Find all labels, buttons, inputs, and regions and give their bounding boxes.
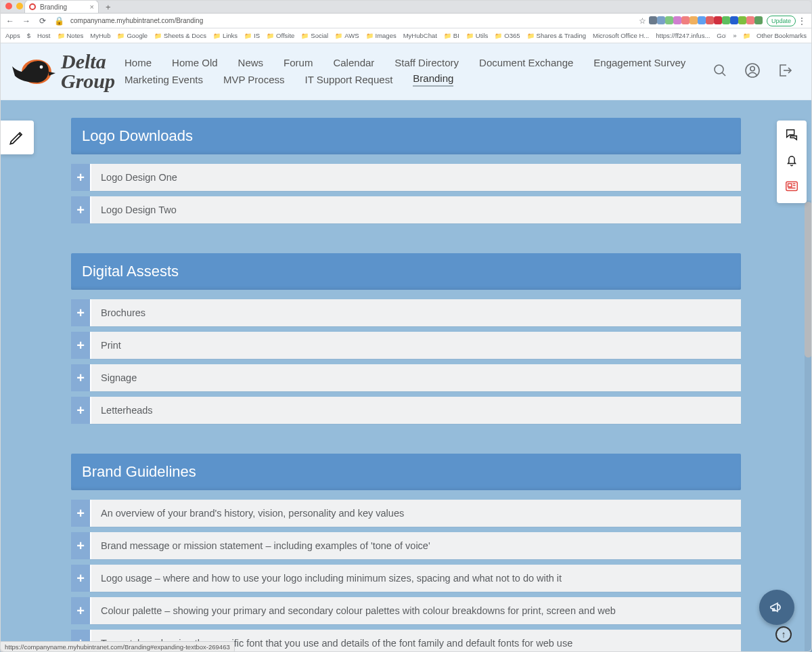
bookmark-item[interactable]: MyHubChat (403, 32, 437, 39)
expand-icon[interactable]: + (71, 196, 90, 223)
star-bookmark-icon[interactable]: ☆ (638, 16, 648, 26)
extension-icon[interactable] (746, 16, 754, 24)
nav-forward-icon[interactable]: → (22, 16, 31, 26)
extension-icon[interactable] (649, 16, 657, 24)
search-icon[interactable] (712, 62, 728, 81)
bookmark-item[interactable]: Links (213, 32, 238, 39)
accordion-label[interactable]: Print (90, 332, 741, 359)
extension-icon[interactable] (657, 16, 665, 24)
bookmark-item[interactable]: O365 (495, 32, 520, 39)
expand-icon[interactable]: + (71, 532, 90, 559)
accordion-item[interactable]: +Logo Design Two (71, 196, 741, 223)
browser-menu-icon[interactable]: ⋮ (797, 16, 807, 26)
accordion-label[interactable]: Logo Design One (90, 164, 741, 191)
accordion-item[interactable]: +Letterheads (71, 397, 741, 424)
extension-icon[interactable] (738, 16, 746, 24)
site-logo[interactable]: Delta Group (8, 51, 115, 92)
bookmark-item[interactable]: IS (244, 32, 260, 39)
bookmark-item[interactable]: Utils (466, 32, 488, 39)
accordion-label[interactable]: Brochures (90, 299, 741, 326)
chat-icon[interactable] (784, 127, 799, 145)
bookmark-item[interactable]: AWS (335, 32, 359, 39)
expand-icon[interactable]: + (71, 500, 90, 527)
accordion-label[interactable]: Letterheads (90, 397, 741, 424)
accordion-item[interactable]: +An overview of your brand's history, vi… (71, 500, 741, 527)
nav-marketing-events[interactable]: Marketing Events (125, 74, 203, 85)
bookmarks-chevrons-icon[interactable]: » (733, 32, 736, 39)
accordion-label[interactable]: An overview of your brand's history, vis… (90, 500, 741, 527)
nav-document-exchange[interactable]: Document Exchange (479, 57, 573, 68)
extension-icon[interactable] (698, 16, 706, 24)
nav-it-support-request[interactable]: IT Support Request (305, 74, 393, 85)
accordion-item[interactable]: +Colour palette – showing your primary a… (71, 597, 741, 624)
new-tab-button[interactable]: + (106, 2, 111, 12)
expand-icon[interactable]: + (71, 299, 90, 326)
extension-icon[interactable] (722, 16, 730, 24)
bookmark-item[interactable]: https://ff247.infus... (656, 32, 710, 39)
extension-icon[interactable] (690, 16, 698, 24)
extension-icon[interactable] (673, 16, 681, 24)
nav-branding[interactable]: Branding (413, 72, 453, 87)
megaphone-button[interactable] (759, 590, 794, 625)
accordion-item[interactable]: +Logo usage – where and how to use your … (71, 565, 741, 592)
nav-calendar[interactable]: Calendar (333, 57, 374, 68)
logout-icon[interactable] (777, 62, 793, 81)
accordion-item[interactable]: +Signage (71, 364, 741, 391)
bookmark-item[interactable]: GoDaddy Certifica... (717, 32, 726, 39)
close-tab-icon[interactable]: × (90, 3, 94, 11)
extension-icon[interactable] (706, 16, 714, 24)
accordion-label[interactable]: Brand message or mission statement – inc… (90, 532, 741, 559)
accordion-label[interactable]: Logo Design Two (90, 196, 741, 223)
expand-icon[interactable]: + (71, 597, 90, 624)
accordion-item[interactable]: +Brand message or mission statement – in… (71, 532, 741, 559)
nav-reload-icon[interactable]: ⟳ (38, 16, 47, 26)
close-window-icon[interactable] (5, 3, 12, 9)
accordion-label[interactable]: Colour palette – showing your primary an… (90, 597, 741, 624)
expand-icon[interactable]: + (71, 164, 90, 191)
nav-news[interactable]: News (238, 57, 264, 68)
nav-engagement-survey[interactable]: Engagement Survey (593, 57, 685, 68)
bookmark-item[interactable]: Host (37, 32, 51, 39)
accordion-item[interactable]: +Logo Design One (71, 164, 741, 191)
extension-icon[interactable] (681, 16, 690, 24)
bookmark-item[interactable]: MyHub (90, 32, 110, 39)
bookmark-item[interactable]: Notes (58, 32, 84, 39)
extension-icon[interactable] (665, 16, 673, 24)
expand-icon[interactable]: + (71, 364, 90, 391)
nav-mvp-process[interactable]: MVP Process (223, 74, 285, 85)
accordion-label[interactable]: Signage (90, 364, 741, 391)
other-bookmarks[interactable]: Other Bookmarks (743, 32, 807, 39)
bell-icon[interactable] (784, 153, 799, 171)
bookmark-item[interactable]: Shares & Trading (527, 32, 586, 39)
bookmark-item[interactable]: BI (444, 32, 459, 39)
nav-home[interactable]: Home (125, 57, 152, 68)
nav-home-old[interactable]: Home Old (172, 57, 218, 68)
edit-page-button[interactable] (0, 121, 34, 154)
bookmark-item[interactable]: Microsoft Office H... (593, 32, 649, 39)
expand-icon[interactable]: + (71, 565, 90, 592)
bookmark-item[interactable]: Images (366, 32, 397, 39)
bookmark-item[interactable]: $ (27, 32, 30, 39)
url-field[interactable]: companyname.myhubintranet.com/Branding (70, 17, 203, 24)
bookmark-item[interactable]: Offsite (267, 32, 294, 39)
minimize-window-icon[interactable] (16, 3, 23, 9)
profile-icon[interactable] (744, 62, 761, 81)
extension-icon[interactable] (730, 16, 738, 24)
accordion-label[interactable]: Logo usage – where and how to use your l… (90, 565, 741, 592)
extension-icon[interactable] (754, 16, 763, 24)
bookmark-item[interactable]: Sheets & Docs (154, 32, 206, 39)
bookmark-item[interactable]: Social (301, 32, 328, 39)
scrollbar-thumb[interactable] (805, 202, 812, 357)
nav-back-icon[interactable]: ← (5, 16, 15, 26)
update-button[interactable]: Update (767, 16, 796, 26)
accordion-item[interactable]: +Brochures (71, 299, 741, 326)
nav-forum[interactable]: Forum (284, 57, 313, 68)
nav-staff-directory[interactable]: Staff Directory (394, 57, 459, 68)
expand-icon[interactable]: + (71, 332, 90, 359)
browser-tab[interactable]: Branding × (24, 0, 99, 13)
bookmark-item[interactable]: Apps (5, 32, 20, 39)
extension-icon[interactable] (714, 16, 722, 24)
accordion-item[interactable]: +Print (71, 332, 741, 359)
scroll-to-top-button[interactable]: ↑ (775, 626, 792, 643)
news-icon[interactable] (784, 179, 799, 196)
